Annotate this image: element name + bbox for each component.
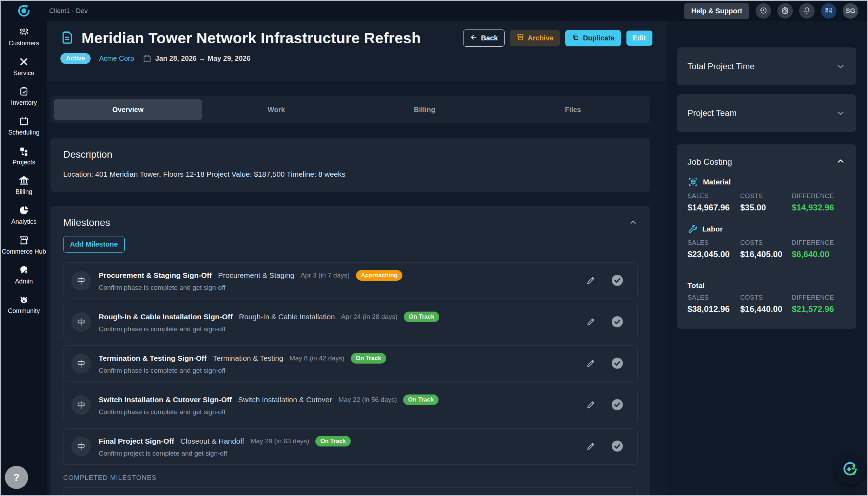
- community-icon: [19, 294, 29, 305]
- bell-icon: [803, 6, 811, 16]
- milestone-name: Rough-In & Cable Installation Sign-Off: [99, 313, 232, 321]
- main-content: Meridian Tower Network Infrastructure Re…: [47, 21, 666, 495]
- total-difference-value: $21,572.96: [792, 304, 846, 314]
- apps-grid-icon: [824, 6, 833, 16]
- sidebar-item-commerce-hub[interactable]: Commerce Hub: [1, 235, 46, 255]
- archive-icon: [517, 33, 524, 43]
- edit-button[interactable]: Edit: [626, 31, 652, 46]
- analytics-icon: [19, 205, 29, 216]
- milestones-collapse-button[interactable]: [629, 218, 638, 228]
- duplicate-button[interactable]: Duplicate: [565, 30, 621, 46]
- sidebar-item-community[interactable]: Community: [1, 294, 46, 315]
- service-icon: [19, 57, 29, 67]
- calendar-icon: [143, 54, 152, 63]
- milestone-row: Switch Installation & Cutover Sign-Off S…: [63, 387, 638, 423]
- project-header: Meridian Tower Network Infrastructure Re…: [47, 21, 666, 81]
- difference-header: DIFFERENCE: [792, 294, 846, 301]
- job-costing-label: Job Costing: [688, 157, 732, 167]
- milestone-status-badge: On Track: [315, 436, 351, 446]
- sidebar-item-label: Analytics: [11, 218, 37, 226]
- company-link[interactable]: Acme Corp: [99, 54, 134, 63]
- edit-milestone-button[interactable]: [586, 358, 596, 369]
- total-costs-value: $16,440.00: [740, 304, 792, 314]
- commerce-hub-icon: [19, 235, 29, 246]
- archive-button[interactable]: Archive: [510, 30, 560, 46]
- sidebar-item-projects[interactable]: Projects: [1, 146, 46, 166]
- sidebar-item-label: Scheduling: [8, 129, 39, 136]
- project-team-card[interactable]: Project Team: [677, 94, 856, 132]
- edit-milestone-button[interactable]: [586, 441, 596, 452]
- milestone-due: Apr 3 (in 7 days): [301, 272, 349, 279]
- tab-work[interactable]: Work: [202, 99, 351, 120]
- help-fab-button[interactable]: ?: [5, 466, 28, 489]
- apps-button[interactable]: [821, 3, 836, 19]
- add-milestone-button[interactable]: Add Milestone: [63, 236, 125, 253]
- milestone-description: Confirm phase is complete and get sign-o…: [99, 325, 439, 333]
- date-range: Jan 28, 2026 → May 29, 2026: [143, 54, 250, 63]
- milestone-due: Apr 24 (in 28 days): [341, 313, 398, 321]
- total-sales-value: $38,012.96: [688, 304, 740, 314]
- job-costing-card: Job Costing Material: [677, 144, 856, 329]
- check-circle-icon: [611, 439, 624, 454]
- sidebar-item-inventory[interactable]: Inventory: [1, 86, 46, 106]
- milestone-due: May 29 (in 63 days): [250, 437, 309, 445]
- check-circle-icon: [611, 398, 624, 412]
- complete-milestone-button[interactable]: [611, 398, 624, 412]
- sidebar-item-service[interactable]: Service: [1, 57, 46, 77]
- back-arrow-icon: [470, 33, 478, 43]
- timesheet-button[interactable]: [777, 3, 793, 19]
- total-project-time-card[interactable]: Total Project Time: [677, 47, 856, 85]
- description-text: Location: 401 Meridian Tower, Floors 12-…: [63, 170, 638, 178]
- edit-milestone-button[interactable]: [586, 317, 596, 328]
- sidebar-item-customers[interactable]: Customers: [1, 27, 46, 47]
- project-doc-icon: [60, 30, 75, 46]
- app-logo[interactable]: [1, 1, 47, 21]
- sidebar-item-label: Inventory: [11, 99, 37, 106]
- sidebar-item-scheduling[interactable]: Scheduling: [1, 116, 46, 136]
- job-costing-total: Total SALES $38,012.96 COSTS $16,440.00 …: [688, 281, 846, 314]
- sidebar-item-admin[interactable]: Admin: [1, 265, 46, 285]
- timer-icon: [781, 6, 789, 16]
- duplicate-icon: [572, 33, 579, 43]
- check-circle-icon: [611, 315, 624, 329]
- complete-milestone-button[interactable]: [611, 315, 624, 329]
- project-team-label: Project Team: [688, 108, 737, 118]
- projects-icon: [19, 146, 29, 156]
- edit-milestone-button[interactable]: [586, 400, 596, 411]
- complete-milestone-button[interactable]: [611, 274, 624, 288]
- milestone-phase: Procurement & Staging: [218, 271, 294, 280]
- completed-milestones-label: COMPLETED MILESTONES: [63, 474, 638, 482]
- sidebar-item-analytics[interactable]: Analytics: [1, 205, 46, 226]
- milestone-due: May 22 (in 56 days): [338, 396, 397, 404]
- tab-overview[interactable]: Overview: [54, 99, 202, 120]
- help-support-button[interactable]: Help & Support: [684, 3, 749, 19]
- costs-header: COSTS: [740, 192, 792, 200]
- customers-icon: [19, 27, 29, 37]
- user-avatar[interactable]: SG: [843, 3, 858, 19]
- labor-wrench-icon: [688, 224, 698, 234]
- scheduling-icon: [19, 116, 29, 126]
- milestone-description: Confirm project is complete and get sign…: [99, 450, 351, 457]
- milestone-signpost-icon: [71, 271, 91, 291]
- milestone-row: Rough-In & Cable Installation Sign-Off R…: [63, 304, 638, 340]
- inventory-icon: [19, 86, 29, 97]
- complete-milestone-button[interactable]: [611, 439, 624, 454]
- ai-assistant-button[interactable]: [834, 455, 864, 485]
- back-button[interactable]: Back: [463, 30, 505, 47]
- tab-files[interactable]: Files: [499, 99, 647, 120]
- sidebar-item-billing[interactable]: Billing: [1, 175, 46, 196]
- history-button[interactable]: [756, 3, 771, 19]
- sales-header: SALES: [688, 294, 740, 301]
- milestone-signpost-icon: [71, 354, 91, 373]
- complete-milestone-button[interactable]: [611, 357, 624, 371]
- tab-billing[interactable]: Billing: [350, 99, 499, 120]
- chevron-up-icon: [629, 218, 638, 228]
- notifications-button[interactable]: [799, 3, 815, 19]
- job-costing-collapse-button[interactable]: [836, 156, 846, 167]
- ai-sparkle-icon: [841, 461, 858, 479]
- check-circle-icon: [611, 357, 624, 371]
- milestone-name: Switch Installation & Cutover Sign-Off: [99, 396, 232, 404]
- pencil-icon: [586, 275, 596, 286]
- header-actions: Back Archive Duplicate: [463, 30, 652, 47]
- edit-milestone-button[interactable]: [586, 275, 596, 286]
